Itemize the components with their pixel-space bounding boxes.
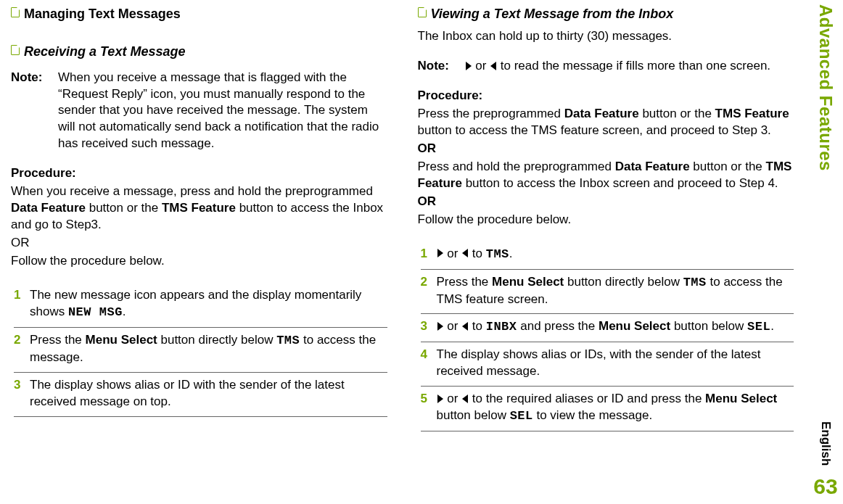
procedure-or: OR: [418, 141, 794, 157]
heading-managing: Managing Text Messages: [11, 5, 387, 22]
page: Managing Text Messages Receiving a Text …: [0, 0, 843, 504]
text: Press the preprogrammed: [418, 107, 564, 120]
text: or: [444, 319, 462, 333]
step-number: 2: [421, 274, 431, 308]
side-bottom: English 63: [813, 421, 837, 501]
bold-text: Menu Select: [705, 392, 777, 405]
procedure-p1: Press the preprogrammed Data Feature but…: [418, 106, 794, 139]
text: or: [472, 59, 490, 73]
text: button directly below: [564, 275, 683, 289]
arrow-left-icon: [462, 394, 468, 403]
arrow-right-icon: [437, 249, 443, 257]
note-block: Note: or to read the message if fills mo…: [418, 58, 794, 75]
step-body: The new message icon appears and the dis…: [30, 287, 387, 321]
arrow-right-icon: [437, 322, 443, 331]
step-body: The display shows alias or ID with the s…: [30, 377, 387, 410]
arrow-right-icon: [466, 62, 472, 70]
bold-text: Menu Select: [599, 319, 670, 333]
procedure-p2: Press and hold the preprogrammed Data Fe…: [418, 159, 794, 192]
note-label: Note:: [418, 58, 458, 75]
step-number: 1: [421, 246, 431, 263]
step-body: The display shows alias or IDs, with the…: [437, 347, 794, 380]
heading-text: Viewing a Text Message from the Inbox: [431, 5, 674, 22]
bold-text: Menu Select: [492, 275, 564, 289]
content-columns: Managing Text Messages Receiving a Text …: [0, 0, 808, 504]
right-column: Viewing a Text Message from the Inbox Th…: [400, 4, 800, 500]
arrow-left-icon: [462, 322, 468, 331]
topic-icon: [11, 45, 20, 55]
step-number: 1: [14, 287, 24, 321]
text: button or the: [690, 160, 766, 173]
text: Press and hold the preprogrammed: [418, 160, 615, 173]
intro-text: The Inbox can hold up to thirty (30) mes…: [418, 28, 794, 45]
text: to: [469, 319, 486, 333]
heading-text: Receiving a Text Message: [24, 43, 185, 60]
arrow-left-icon: [490, 62, 496, 70]
text: button below: [670, 319, 747, 333]
text: to view the message.: [533, 408, 652, 422]
note-body: When you receive a message that is flagg…: [58, 70, 387, 153]
left-column: Managing Text Messages Receiving a Text …: [4, 4, 400, 500]
step-body: or to TMS.: [437, 246, 794, 263]
step-row: 1 or to TMS.: [421, 241, 794, 270]
step-body: or to the required aliases or ID and pre…: [437, 391, 794, 425]
text: When you receive a message, press and ho…: [11, 184, 373, 198]
bold-text: TMS Feature: [715, 107, 789, 120]
step-row: 1 The new message icon appears and the d…: [14, 283, 387, 328]
text: .: [509, 247, 513, 260]
section-title: Advanced Features: [814, 4, 837, 171]
step-body: Press the Menu Select button directly be…: [30, 332, 387, 366]
text: .: [123, 305, 126, 318]
text: button or the: [86, 201, 162, 215]
page-number: 63: [813, 472, 837, 502]
text: button directly below: [157, 333, 276, 347]
step-row: 3 The display shows alias or ID with the…: [14, 373, 387, 417]
text: button below: [437, 408, 510, 422]
text: Press the: [30, 333, 86, 347]
side-margin: Advanced Features English 63: [808, 0, 843, 504]
text: button or the: [639, 107, 715, 120]
text: to the required aliases or ID and press …: [469, 392, 705, 405]
step-row: 3 or to INBX and press the Menu Select b…: [421, 314, 794, 342]
arrow-left-icon: [462, 249, 468, 257]
step-number: 3: [14, 377, 24, 410]
note-label: Note:: [11, 70, 51, 153]
bold-text: TMS Feature: [162, 201, 236, 215]
procedure-follow: Follow the procedure below.: [11, 253, 387, 270]
lcd-text: SEL: [510, 409, 533, 423]
lcd-text: TMS: [486, 247, 509, 261]
lcd-text: TMS: [276, 334, 300, 347]
text: or: [444, 247, 462, 260]
text: and press the: [517, 319, 599, 333]
step-body: Press the Menu Select button directly be…: [437, 274, 794, 308]
bold-text: Data Feature: [11, 201, 86, 215]
procedure-follow: Follow the procedure below.: [418, 212, 794, 228]
bold-text: Menu Select: [86, 333, 157, 347]
step-row: 2 Press the Menu Select button directly …: [421, 270, 794, 315]
step-number: 4: [421, 347, 431, 380]
step-row: 4 The display shows alias or IDs, with t…: [421, 342, 794, 387]
topic-icon: [11, 7, 20, 17]
step-row: 2 Press the Menu Select button directly …: [14, 328, 387, 373]
language-label: English: [818, 421, 834, 466]
step-number: 3: [421, 318, 431, 336]
bold-text: Data Feature: [564, 107, 639, 120]
lcd-text: NEW MSG: [68, 305, 123, 319]
heading-text: Managing Text Messages: [24, 5, 181, 22]
text: to read the message if fills more than o…: [497, 59, 770, 73]
bold-text: Data Feature: [615, 160, 690, 173]
step-row: 5 or to the required aliases or ID and p…: [421, 387, 794, 431]
text: button to access the Inbox screen and pr…: [462, 176, 778, 190]
procedure-or: OR: [418, 194, 794, 210]
procedure-intro: When you receive a message, press and ho…: [11, 183, 387, 234]
text: .: [770, 319, 774, 333]
step-number: 5: [421, 391, 431, 425]
text: button to access the TMS feature screen,…: [418, 123, 771, 137]
procedure-label: Procedure:: [418, 88, 794, 104]
text: or: [444, 392, 462, 405]
heading-receiving: Receiving a Text Message: [11, 43, 387, 60]
lcd-text: SEL: [747, 320, 770, 334]
procedure-label: Procedure:: [11, 165, 387, 182]
procedure-or: OR: [11, 235, 387, 252]
text: to: [469, 247, 486, 260]
